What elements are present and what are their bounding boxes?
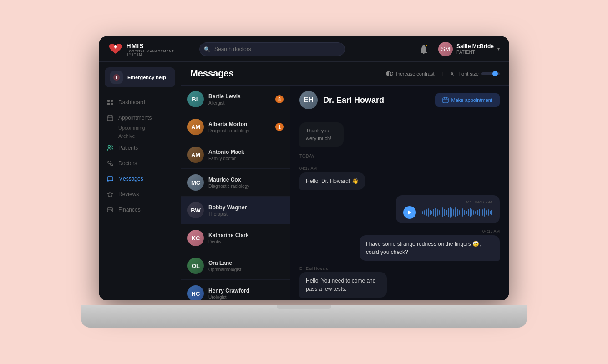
wave-bar <box>490 211 491 214</box>
msg-time-3: 04:13 AM <box>482 229 500 233</box>
wave-bar <box>424 210 425 215</box>
contact-item-2[interactable]: AMAlberta MortonDiagnostic radiology1 <box>181 113 290 141</box>
contact-name: Ora Lane <box>208 260 284 266</box>
message-bubble-prev: Thank you wery much! <box>299 122 344 147</box>
contact-info: Maurice CoxDiagnostic radiology <box>208 177 284 189</box>
message-bubble-1: Hello, Dr. Howard! 👋 <box>299 172 365 190</box>
hmis-logo-icon <box>108 43 123 56</box>
contact-item-1[interactable]: BLBertie LewisAllergist8 <box>181 86 290 113</box>
emergency-button[interactable]: Emergency help <box>105 67 175 87</box>
search-input[interactable] <box>199 42 345 56</box>
contact-avatar: AM <box>187 119 204 135</box>
svg-point-22 <box>390 72 393 75</box>
sidebar-item-reviews[interactable]: Reviews <box>99 187 181 202</box>
messages-layout: BLBertie LewisAllergist8AMAlberta Morton… <box>181 86 509 300</box>
wave-bar <box>468 209 469 216</box>
contact-name: Maurice Cox <box>208 177 284 183</box>
sidebar-item-patients[interactable]: Patients <box>99 140 181 156</box>
svg-rect-24 <box>443 98 448 103</box>
wave-bar <box>441 208 441 217</box>
wave-bar <box>471 209 472 216</box>
font-icon: A <box>450 71 456 76</box>
contrast-button[interactable]: Increase contrast <box>386 71 434 76</box>
chat-doctor-avatar: EH <box>299 91 318 109</box>
chat-messages: Thank you wery much! TODAY 04:12 AM Hell… <box>290 115 509 300</box>
contact-specialty: Allergist <box>208 101 271 106</box>
contact-item-4[interactable]: MCMaurice CoxDiagnostic radiology <box>181 169 290 197</box>
svg-rect-7 <box>111 103 113 105</box>
main-layout: Emergency help Dashboard <box>99 62 509 300</box>
audio-waveform <box>421 207 492 218</box>
wave-bar <box>444 209 445 216</box>
wave-bar <box>488 209 489 216</box>
contact-avatar: HC <box>187 285 204 300</box>
svg-marker-28 <box>408 210 411 215</box>
svg-rect-4 <box>107 100 110 102</box>
sidebar-item-messages[interactable]: Messages <box>99 171 181 187</box>
contact-specialty: Therapist <box>208 212 284 217</box>
contact-info: Bobby WagnerTherapist <box>208 204 284 217</box>
font-size-slider[interactable] <box>481 72 500 75</box>
today-label: TODAY <box>299 154 500 159</box>
play-icon <box>408 210 411 215</box>
contact-avatar: OL <box>187 258 204 274</box>
wave-bar <box>461 209 461 216</box>
make-appointment-button[interactable]: Make appointment <box>435 93 500 107</box>
search-bar[interactable]: 🔍 <box>199 42 345 56</box>
sidebar-label-doctors: Doctors <box>118 160 137 167</box>
wave-bar <box>459 210 460 215</box>
message-bubble-3: I have some strange redness on the finge… <box>360 235 500 261</box>
wave-bar <box>421 212 421 213</box>
user-info: Sallie McBride PATIENT <box>456 43 494 55</box>
nav-sub-archive[interactable]: Archive <box>118 132 181 140</box>
contact-name: Henry Crawford <box>208 288 284 294</box>
search-icon: 🔍 <box>204 46 210 52</box>
wave-bar <box>462 208 463 217</box>
wave-bar <box>433 209 434 216</box>
svg-point-15 <box>108 161 109 162</box>
contact-item-7[interactable]: OLOra LaneOphthalmologist <box>181 252 290 280</box>
contact-item-6[interactable]: KCKatharine ClarkDentist <box>181 224 290 252</box>
appointments-submenu: Upcomming Archive <box>99 124 181 140</box>
logo-text: HMIS HOSPITAL MANAGEMENT SYSTEM <box>127 42 190 56</box>
user-menu[interactable]: SM Sallie McBride PATIENT ▾ <box>438 42 500 56</box>
wave-bar <box>435 208 436 217</box>
sidebar-item-doctors[interactable]: Doctors <box>99 156 181 171</box>
wave-bar <box>439 210 440 215</box>
contact-name: Bertie Lewis <box>208 93 271 100</box>
sidebar-item-finances[interactable]: Finances <box>99 202 181 217</box>
svg-rect-1 <box>115 46 116 48</box>
wave-bar <box>426 209 427 216</box>
nav-sub-upcoming[interactable]: Upcomming <box>118 124 181 132</box>
svg-point-16 <box>110 161 111 162</box>
sidebar-label-patients: Patients <box>118 145 138 151</box>
contact-avatar: BW <box>187 202 204 218</box>
wave-bar <box>486 210 487 215</box>
contact-specialty: Urologist <box>208 295 284 300</box>
content-header: Messages Increase contrast | <box>181 62 509 86</box>
contact-item-8[interactable]: HCHenry CrawfordUrologist <box>181 280 290 300</box>
audio-play-button[interactable] <box>403 206 416 219</box>
wave-bar <box>484 208 485 217</box>
notification-button[interactable] <box>416 42 431 56</box>
contact-item-3[interactable]: AMAntonio MackFamily doctor <box>181 141 290 169</box>
font-size-control[interactable]: A Font size <box>450 71 500 76</box>
contact-avatar: AM <box>187 147 204 163</box>
wave-bar <box>428 208 429 217</box>
message-bubble-4: Hello. You need to come and pass a few t… <box>299 272 387 298</box>
contact-avatar: MC <box>187 174 204 191</box>
contact-item-5[interactable]: BWBobby WagnerTherapist <box>181 197 290 224</box>
svg-rect-6 <box>107 103 110 105</box>
grid-icon <box>106 99 114 106</box>
sidebar-item-appointments[interactable]: Appointments <box>99 110 181 126</box>
contact-name: Alberta Morton <box>208 121 271 127</box>
emergency-label: Emergency help <box>127 74 166 81</box>
chat-header: EH Dr. Earl Howard Make app <box>290 86 509 115</box>
sidebar-item-dashboard[interactable]: Dashboard <box>99 95 181 110</box>
chevron-down-icon: ▾ <box>497 46 500 51</box>
font-slider-thumb <box>492 71 498 76</box>
make-appointment-label: Make appointment <box>451 97 493 103</box>
wave-bar <box>451 208 452 217</box>
wave-bar <box>448 208 449 217</box>
wave-bar <box>479 209 480 216</box>
